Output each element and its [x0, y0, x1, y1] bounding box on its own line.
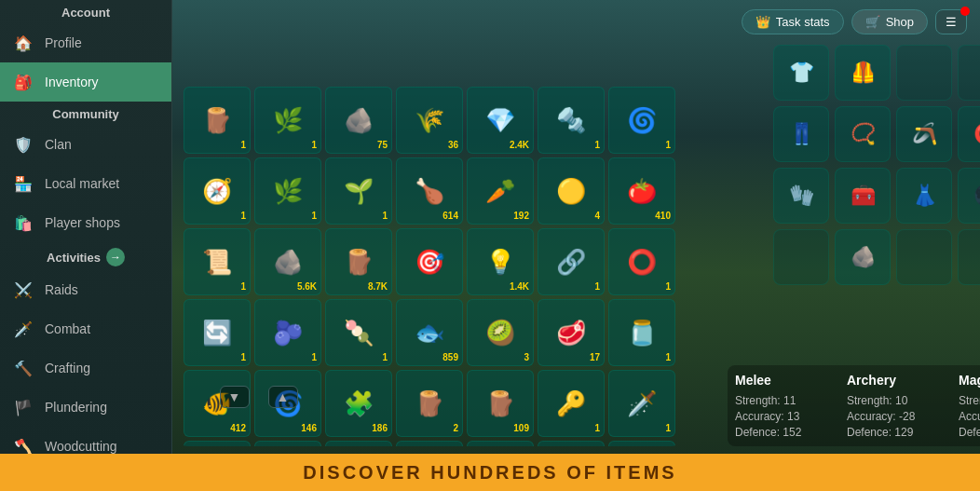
menu-icon: ☰: [946, 15, 957, 29]
top-bar: 👑 Task stats 🛒 Shop ☰: [732, 4, 976, 40]
equip-cell[interactable]: 16: [958, 45, 980, 101]
equip-cell[interactable]: ⭕: [958, 106, 980, 162]
sidebar: Account 🏠 Profile 🎒 Inventory Community …: [0, 0, 172, 454]
item-count: 1: [594, 140, 600, 150]
list-item[interactable]: 📋 1: [538, 441, 605, 446]
sidebar-item-profile[interactable]: 🏠 Profile: [0, 23, 171, 62]
list-item[interactable]: 🌾 36: [396, 87, 463, 154]
equip-cell[interactable]: [958, 229, 980, 285]
list-item[interactable]: 🔩 1: [538, 87, 605, 154]
list-item[interactable]: 🌿 1: [254, 87, 321, 154]
list-item[interactable]: 📦: [467, 441, 534, 446]
item-count: 3: [524, 352, 529, 362]
shop-button[interactable]: 🛒 Shop: [851, 9, 928, 34]
list-item[interactable]: 🎯: [396, 228, 463, 295]
item-count: 5.6K: [297, 281, 317, 292]
sidebar-item-plundering[interactable]: 🏴 Plundering: [0, 388, 171, 427]
equip-cell[interactable]: 🦺: [835, 45, 891, 101]
list-item[interactable]: 🔗 1: [538, 228, 605, 295]
equip-cell[interactable]: [896, 45, 952, 101]
list-item[interactable]: 🟡 4: [538, 157, 605, 225]
bottom-banner: DISCOVER HUNDREDS OF ITEMS: [0, 454, 980, 491]
list-item[interactable]: 🪵 2: [396, 370, 463, 437]
sidebar-item-woodcutting[interactable]: 🪓 Woodcutting: [0, 427, 171, 454]
list-item[interactable]: 🍗 614: [396, 157, 463, 225]
home-icon: 🏠: [11, 31, 35, 55]
list-item[interactable]: 🐟 859: [396, 299, 463, 366]
item-emoji: 💎: [485, 108, 515, 132]
sidebar-item-label: Raids: [45, 282, 78, 297]
equip-cell[interactable]: 🌑: [958, 168, 980, 224]
list-item[interactable]: 🔄 1: [184, 299, 251, 366]
list-item[interactable]: 🥝 3: [467, 299, 534, 366]
equip-cell[interactable]: 🧰: [835, 168, 891, 224]
item-count: 2: [453, 423, 458, 433]
list-item[interactable]: 🥩 17: [538, 299, 605, 366]
item-count: 192: [513, 211, 529, 221]
list-item[interactable]: 🌿 1: [254, 157, 321, 225]
item-count: 1: [311, 140, 317, 150]
sidebar-item-local-market[interactable]: 🏪 Local market: [0, 164, 171, 203]
equip-cell[interactable]: 📿: [835, 106, 891, 162]
equip-cell[interactable]: 👖: [773, 106, 829, 162]
task-stats-button[interactable]: 👑 Task stats: [742, 9, 844, 34]
list-item[interactable]: 💡 1.4K: [467, 228, 534, 295]
sidebar-item-raids[interactable]: ⚔️ Raids: [0, 270, 171, 309]
equip-cell[interactable]: 🪨: [835, 229, 891, 285]
list-item[interactable]: 🍅 410: [608, 157, 675, 225]
list-item[interactable]: 🪵 109: [467, 370, 534, 437]
notification-badge: [960, 7, 970, 16]
list-item[interactable]: 🧭 1: [184, 157, 251, 225]
equip-cell[interactable]: [896, 229, 952, 285]
list-item[interactable]: 🪨 5.6K: [254, 228, 321, 295]
sidebar-item-inventory[interactable]: 🎒 Inventory: [0, 62, 171, 102]
list-item[interactable]: 🌸 259: [325, 441, 392, 446]
list-item[interactable]: 🪨 75: [325, 87, 392, 154]
account-header: Account: [0, 0, 171, 23]
sidebar-item-player-shops[interactable]: 🛍️ Player shops: [0, 203, 171, 242]
list-item[interactable]: 📜 1: [184, 228, 251, 295]
list-item[interactable]: 🥕 640: [608, 441, 675, 446]
list-item[interactable]: 🫙 1: [608, 299, 675, 366]
equip-cell[interactable]: 🧤: [773, 168, 829, 224]
list-item[interactable]: 🌀 1: [608, 87, 675, 154]
list-item[interactable]: 🗡️ 1: [608, 370, 675, 437]
magic-defence: Defence: -4: [959, 426, 980, 439]
item-emoji: 🥕: [485, 179, 515, 203]
list-item[interactable]: 🥕 192: [467, 157, 534, 225]
list-item[interactable]: 🫐 1: [254, 299, 321, 366]
list-item[interactable]: 🪵 1: [184, 87, 251, 154]
equip-cell[interactable]: 🪃: [896, 106, 952, 162]
item-emoji: 🪵: [202, 108, 232, 132]
sidebar-item-crafting[interactable]: 🔨 Crafting: [0, 348, 171, 388]
list-item[interactable]: ⭕ 1: [608, 228, 675, 295]
item-count: 1: [594, 423, 600, 433]
sidebar-item-label: Woodcutting: [45, 439, 117, 454]
equip-cell[interactable]: [773, 229, 829, 285]
item-count: 36: [448, 140, 458, 150]
sidebar-item-clan[interactable]: 🛡️ Clan: [0, 125, 171, 164]
list-item[interactable]: 📏 1.5K: [184, 441, 251, 446]
item-emoji: 🍅: [627, 179, 657, 203]
combat-icon: 🗡️: [11, 317, 35, 341]
equip-cell[interactable]: 👗: [896, 168, 952, 224]
magic-strength: Strength: 4: [959, 394, 980, 407]
melee-stats: Melee Strength: 11 Accuracy: 13 Defence:…: [735, 373, 828, 439]
list-item[interactable]: 🌿 766: [396, 441, 463, 446]
activities-arrow-icon[interactable]: →: [106, 248, 125, 266]
item-emoji: 🗡️: [627, 391, 657, 416]
item-emoji: 🪨: [273, 250, 303, 274]
list-item[interactable]: 🌱 1: [325, 157, 392, 225]
list-item[interactable]: 🔑 1: [538, 370, 605, 437]
list-item[interactable]: 🪵 8.7K: [325, 228, 392, 295]
market-icon: 🏪: [11, 171, 35, 196]
list-item[interactable]: 📦 387: [254, 441, 321, 446]
equip-emoji: 🧰: [851, 184, 876, 208]
sidebar-item-combat[interactable]: 🗡️ Combat: [0, 309, 171, 348]
list-item[interactable]: 🍡 1: [325, 299, 392, 366]
list-item[interactable]: 💎 2.4K: [467, 87, 534, 154]
shop-label: Shop: [886, 15, 914, 29]
nav-up-button[interactable]: ▲: [268, 386, 298, 408]
nav-down-button[interactable]: ▼: [220, 386, 250, 408]
equip-cell[interactable]: 👕: [773, 45, 829, 101]
